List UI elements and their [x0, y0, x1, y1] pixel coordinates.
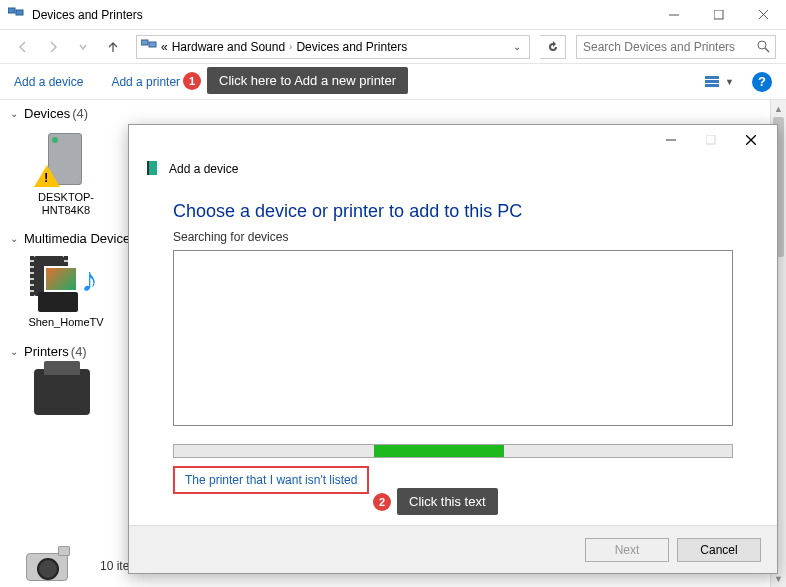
up-button[interactable] [100, 34, 126, 60]
device-label: Shen_HomeTV [18, 316, 114, 329]
group-devices-label: Devices [24, 106, 70, 121]
callout-2-badge: 2 [373, 493, 391, 511]
svg-rect-3 [714, 10, 723, 19]
refresh-button[interactable] [540, 35, 566, 59]
add-device-link[interactable]: Add a device [14, 75, 83, 89]
device-printer[interactable] [18, 369, 114, 429]
dialog-close-button[interactable] [731, 126, 771, 154]
callout-2-text: Click this text [397, 488, 498, 515]
search-icon[interactable] [751, 40, 775, 53]
svg-rect-1 [16, 10, 23, 15]
group-devices-header[interactable]: ⌄ Devices (4) [0, 100, 786, 127]
device-shen[interactable]: ♪ Shen_HomeTV [18, 256, 114, 329]
maximize-button[interactable] [696, 0, 741, 30]
chevron-down-icon: ⌄ [10, 346, 18, 357]
dialog-header: Add a device [129, 155, 777, 181]
devices-icon [141, 39, 157, 54]
chevron-down-icon: ⌄ [10, 233, 18, 244]
svg-rect-10 [705, 76, 719, 79]
svg-point-8 [758, 41, 766, 49]
device-label: DESKTOP-HNT84K8 [18, 191, 114, 217]
dialog-minimize-button[interactable] [651, 126, 691, 154]
scroll-up-icon[interactable]: ▲ [771, 100, 786, 117]
progress-bar [173, 444, 733, 458]
callout-1: 1 Click here to Add a new printer [183, 67, 408, 94]
chevron-down-icon: ▼ [725, 77, 734, 87]
dialog-title: Choose a device or printer to add to thi… [173, 201, 733, 222]
group-multimedia-label: Multimedia Devices [24, 231, 137, 246]
printer-not-listed-link[interactable]: The printer that I want isn't listed [173, 466, 369, 494]
minimize-button[interactable] [651, 0, 696, 30]
search-box[interactable] [576, 35, 776, 59]
svg-rect-11 [705, 80, 719, 83]
breadcrumb-prefix: « [161, 40, 168, 54]
svg-rect-0 [8, 8, 15, 13]
search-input[interactable] [577, 40, 751, 54]
callout-1-badge: 1 [183, 72, 201, 90]
chevron-right-icon: › [289, 41, 292, 52]
group-printers-count: (4) [71, 344, 87, 359]
callout-1-text: Click here to Add a new printer [207, 67, 408, 94]
svg-line-9 [765, 48, 769, 52]
next-button: Next [585, 538, 669, 562]
device-list[interactable] [173, 250, 733, 426]
svg-rect-7 [149, 42, 156, 47]
dialog-footer: Next Cancel [129, 525, 777, 573]
nav-row: « Hardware and Sound › Devices and Print… [0, 30, 786, 64]
window-titlebar: Devices and Printers [0, 0, 786, 30]
view-icon [705, 76, 721, 88]
printer-not-listed-text: The printer that I want isn't listed [185, 473, 357, 487]
breadcrumb-devices[interactable]: Devices and Printers [296, 40, 407, 54]
svg-rect-12 [705, 84, 719, 87]
group-devices-count: (4) [72, 106, 88, 121]
view-button[interactable]: ▼ [705, 76, 734, 88]
dialog-maximize-button [691, 126, 731, 154]
dialog-header-text: Add a device [169, 162, 238, 176]
chevron-down-icon: ⌄ [10, 108, 18, 119]
dialog-titlebar [129, 125, 777, 155]
add-device-icon [145, 161, 161, 177]
address-bar[interactable]: « Hardware and Sound › Devices and Print… [136, 35, 530, 59]
recent-button[interactable] [70, 34, 96, 60]
forward-button[interactable] [40, 34, 66, 60]
selection-icon [26, 553, 68, 581]
svg-rect-14 [706, 135, 715, 144]
cancel-button[interactable]: Cancel [677, 538, 761, 562]
window-title: Devices and Printers [32, 8, 143, 22]
help-button[interactable]: ? [752, 72, 772, 92]
svg-rect-6 [141, 40, 148, 45]
close-button[interactable] [741, 0, 786, 30]
back-button[interactable] [10, 34, 36, 60]
breadcrumb-hardware[interactable]: Hardware and Sound [172, 40, 285, 54]
callout-2: 2 Click this text [373, 488, 498, 515]
add-printer-link[interactable]: Add a printer [111, 75, 180, 89]
device-desktop[interactable]: DESKTOP-HNT84K8 [18, 131, 114, 217]
group-printers-label: Printers [24, 344, 69, 359]
dialog-subtitle: Searching for devices [173, 230, 733, 244]
app-icon [8, 6, 24, 23]
address-dropdown-icon[interactable]: ⌄ [509, 41, 525, 52]
